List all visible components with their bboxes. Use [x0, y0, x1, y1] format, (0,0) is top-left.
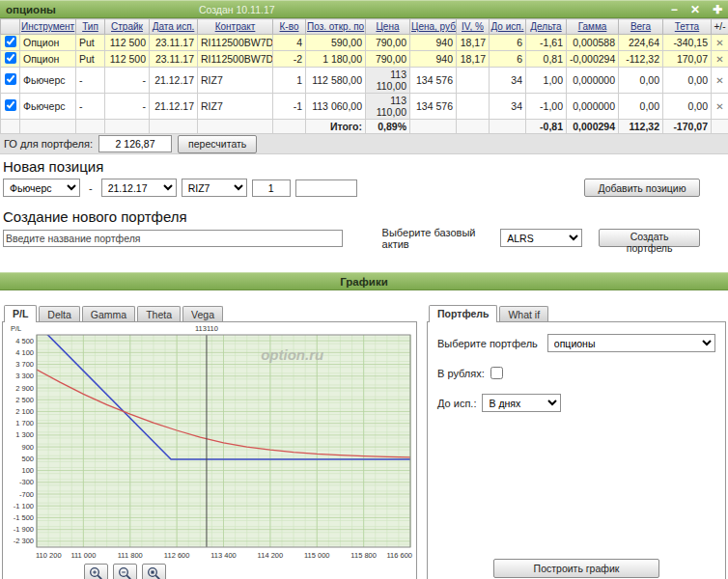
portfolio-panel: Портфель What if Выберите портфель опцио…: [427, 304, 726, 579]
cell-open-at: 113 060,00: [306, 94, 366, 120]
cell-open-at: 1 180,00: [306, 51, 366, 68]
cell-contract: RIZ7: [198, 68, 273, 94]
col-header-exp-date[interactable]: Дата исп.: [153, 21, 195, 32]
cell-delta: -1,00: [526, 94, 567, 120]
position-row-3: Фьючерс - - 21.12.17 RIZ7 1 112 580,00 1…: [1, 68, 728, 94]
cell-theta: 0,00: [663, 68, 712, 94]
svg-text:4 100: 4 100: [15, 348, 34, 357]
position-row-1: Опцион Put 112 500 23.11.17 RI112500BW7D…: [1, 35, 728, 51]
close-icon[interactable]: ✕: [690, 4, 700, 15]
position-checkbox[interactable]: [5, 99, 16, 111]
col-header-iv[interactable]: IV, %: [462, 21, 484, 32]
cell-vega: -112,32: [619, 51, 663, 68]
cell-delta: 0,81: [526, 51, 567, 68]
cell-contract: RI112500BW7D: [198, 51, 273, 68]
col-header-contract[interactable]: Контракт: [215, 21, 256, 32]
cell-price-rub: 940: [410, 35, 457, 51]
position-row-4: Фьючерс - - 21.12.17 RIZ7 -1 113 060,00 …: [1, 94, 728, 120]
cell-gamma: 0,000588: [567, 35, 619, 51]
quantity-input[interactable]: [252, 179, 291, 197]
cell-gamma: -0,000294: [567, 51, 619, 68]
cell-price: 113 110,00: [366, 68, 410, 94]
positions-table: Инструмент Тип Страйк Дата исп. Контракт…: [0, 18, 728, 134]
tab-pl[interactable]: P/L: [4, 305, 37, 322]
chart-box: 110 200111 000111 800112 600113 400114 2…: [2, 321, 417, 579]
pl-chart-svg[interactable]: 110 200111 000111 800112 600113 400114 2…: [4, 323, 413, 561]
margin-label: ГО для портфеля:: [4, 138, 93, 150]
zoom-out-button[interactable]: [113, 564, 137, 579]
cell-days: 34: [490, 68, 526, 94]
days-select[interactable]: В днях: [482, 394, 561, 412]
add-icon[interactable]: ✚: [713, 4, 722, 15]
cell-gamma: 0,000000: [567, 68, 619, 94]
svg-text:2 100: 2 100: [15, 407, 34, 416]
contract-select[interactable]: RIZ7: [182, 179, 247, 197]
charts-section-header: Графики: [0, 272, 728, 290]
cell-instrument: Опцион: [20, 35, 76, 51]
add-position-button[interactable]: Добавить позицию: [584, 179, 700, 197]
tab-portfolio[interactable]: Портфель: [429, 305, 497, 322]
svg-text:116 600: 116 600: [386, 551, 412, 560]
delete-position-icon[interactable]: ✕: [715, 54, 723, 65]
create-portfolio-button[interactable]: Создать портфель: [599, 229, 700, 247]
col-header-type[interactable]: Тип: [82, 21, 98, 32]
portfolio-select[interactable]: опционы: [547, 334, 715, 352]
margin-value-input[interactable]: [98, 135, 172, 152]
tab-theta[interactable]: Theta: [137, 306, 181, 321]
svg-text:option.ru: option.ru: [261, 346, 323, 363]
cell-strike: 112 500: [105, 35, 150, 51]
zoom-reset-button[interactable]: [142, 564, 166, 579]
position-checkbox[interactable]: [5, 36, 16, 47]
tab-vega[interactable]: Vega: [182, 306, 223, 321]
exp-date-select[interactable]: 21.12.17: [101, 179, 177, 197]
position-checkbox[interactable]: [5, 73, 16, 85]
cell-type: Put: [76, 51, 105, 68]
recalculate-button[interactable]: пересчитать: [178, 135, 257, 153]
price-disabled-input: [295, 179, 357, 197]
col-header-delta[interactable]: Дельта: [530, 21, 561, 32]
col-header-days[interactable]: До исп.: [490, 21, 523, 32]
delete-position-icon[interactable]: ✕: [715, 101, 723, 112]
tab-delta[interactable]: Delta: [39, 306, 80, 321]
portfolio-name-input[interactable]: [3, 230, 343, 247]
rubles-checkbox[interactable]: [490, 367, 503, 379]
svg-text:-1 100: -1 100: [14, 502, 34, 510]
svg-text:-1 900: -1 900: [14, 525, 34, 534]
header-check-cell: [1, 19, 20, 35]
svg-text:-300: -300: [19, 478, 34, 486]
instrument-select[interactable]: Фьючерс: [3, 179, 80, 197]
col-header-vega[interactable]: Вега: [630, 21, 651, 32]
charts-section-title: Графики: [340, 276, 387, 288]
position-checkbox[interactable]: [5, 52, 16, 64]
col-header-theta[interactable]: Тетта: [675, 21, 699, 32]
col-header-instrument[interactable]: Инструмент: [21, 21, 74, 32]
cell-iv: [457, 68, 490, 94]
svg-text:110 200: 110 200: [36, 551, 62, 560]
col-header-gamma[interactable]: Гамма: [578, 21, 607, 32]
cell-instrument: Опцион: [20, 51, 76, 68]
totals-label: Итого:: [306, 120, 366, 134]
col-header-strike[interactable]: Страйк: [111, 21, 143, 32]
portfolio-box: Выберите портфель опционы В рублях: До и…: [427, 321, 726, 579]
col-header-price-rub[interactable]: Цена, руб.: [411, 21, 457, 32]
delete-position-icon[interactable]: ✕: [715, 75, 723, 86]
cell-days: 34: [490, 94, 526, 120]
svg-text:113110: 113110: [195, 324, 218, 333]
tab-what-if[interactable]: What if: [499, 306, 548, 321]
base-asset-select[interactable]: ALRS: [500, 229, 582, 247]
delete-position-icon[interactable]: ✕: [715, 38, 723, 48]
minimize-icon[interactable]: −: [671, 4, 678, 15]
svg-text:1 700: 1 700: [15, 419, 34, 427]
col-header-plusminus: +/-: [712, 19, 728, 35]
magnifier-minus-icon: [118, 566, 132, 579]
totals-delta: -0,81: [526, 120, 567, 134]
zoom-in-button[interactable]: [84, 564, 108, 579]
col-header-open-at[interactable]: Поз. откр. по: [307, 21, 364, 32]
svg-text:500: 500: [21, 455, 34, 463]
col-header-price[interactable]: Цена: [376, 21, 399, 32]
tab-gamma[interactable]: Gamma: [82, 306, 135, 321]
build-chart-button[interactable]: Построить график: [493, 559, 659, 578]
svg-text:900: 900: [21, 443, 34, 452]
svg-text:112 600: 112 600: [164, 551, 190, 560]
col-header-qty[interactable]: К-во: [280, 21, 299, 32]
